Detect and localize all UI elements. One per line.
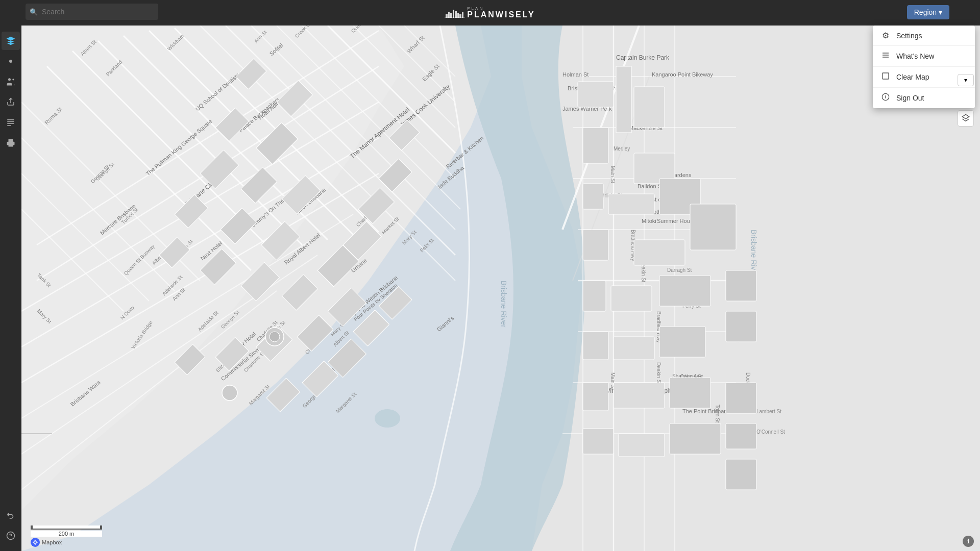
- svg-text:Deakin St: Deakin St: [656, 362, 662, 385]
- svg-text:Captain Burke Park: Captain Burke Park: [616, 54, 670, 61]
- sign-out-menu-item[interactable]: Sign Out: [873, 88, 975, 108]
- search-icon: 🔍: [30, 8, 38, 16]
- svg-rect-162: [634, 87, 665, 128]
- whats-new-label: What's New: [896, 52, 934, 60]
- sign-out-icon: [881, 93, 890, 103]
- svg-rect-168: [583, 230, 608, 260]
- svg-rect-174: [583, 332, 608, 360]
- svg-text:Brisbane River: Brisbane River: [750, 230, 758, 277]
- svg-rect-166: [608, 194, 654, 214]
- help-icon: [6, 531, 15, 540]
- svg-rect-161: [616, 66, 631, 133]
- layers-control-button[interactable]: [958, 110, 974, 127]
- collapse-button[interactable]: ▾: [958, 74, 974, 86]
- svg-rect-2: [450, 13, 452, 18]
- layers-control-icon: [962, 114, 970, 123]
- sidebar: [0, 26, 21, 551]
- svg-text:Brisbane River: Brisbane River: [500, 281, 508, 328]
- svg-point-219: [222, 385, 237, 400]
- svg-text:Lambert St: Lambert St: [756, 409, 781, 414]
- svg-rect-183: [726, 383, 756, 413]
- svg-rect-175: [614, 337, 654, 360]
- sidebar-item-layers[interactable]: [2, 32, 20, 50]
- svg-rect-176: [659, 327, 705, 357]
- mapbox-label: Mapbox: [42, 539, 62, 545]
- info-button[interactable]: ℹ: [963, 536, 974, 547]
- svg-point-230: [34, 541, 36, 543]
- svg-rect-3: [453, 10, 454, 18]
- whats-new-menu-item[interactable]: What's New: [873, 46, 975, 67]
- sidebar-item-undo[interactable]: [2, 506, 20, 524]
- svg-rect-180: [583, 429, 614, 454]
- svg-rect-173: [659, 276, 710, 306]
- sidebar-item-share[interactable]: [2, 93, 20, 111]
- search-input[interactable]: [26, 4, 158, 20]
- sidebar-item-community[interactable]: [2, 72, 20, 91]
- svg-rect-187: [726, 270, 756, 301]
- svg-rect-178: [614, 383, 665, 408]
- logo-skyline-icon: [445, 8, 465, 18]
- svg-rect-177: [583, 383, 608, 411]
- settings-label: Settings: [896, 32, 922, 40]
- svg-rect-184: [726, 423, 756, 449]
- clear-map-label: Clear Map: [896, 73, 929, 81]
- logo: PLAN PLANWISELY: [445, 7, 535, 19]
- logo-wisely-text: PLANWISELY: [467, 11, 535, 19]
- scale-bar: 200 m: [31, 525, 102, 537]
- sidebar-item-location[interactable]: [2, 52, 20, 70]
- svg-rect-182: [670, 423, 721, 454]
- header: 🔍 PLAN PLANWISELY R: [0, 0, 980, 26]
- svg-rect-7: [462, 12, 463, 18]
- svg-rect-170: [690, 204, 736, 250]
- map-container[interactable]: Parkland Albert St Wickham Ann St Creek …: [21, 26, 980, 551]
- info-icon: ℹ: [967, 538, 970, 545]
- undo-icon: [6, 511, 15, 520]
- svg-rect-4: [455, 11, 457, 18]
- whats-new-icon: [881, 51, 890, 61]
- map-svg: Parkland Albert St Wickham Ann St Creek …: [21, 26, 980, 551]
- clear-map-icon: [881, 72, 890, 82]
- location-icon: [6, 57, 15, 66]
- share-icon: [6, 97, 15, 107]
- sidebar-item-help[interactable]: [2, 527, 20, 545]
- print-icon: [6, 138, 15, 147]
- svg-text:The Point Brisbane: The Point Brisbane: [682, 408, 730, 414]
- svg-text:Holman St: Holman St: [562, 71, 589, 78]
- svg-rect-14: [7, 123, 14, 124]
- svg-rect-13: [7, 121, 14, 122]
- sidebar-bottom: [2, 506, 20, 551]
- svg-rect-160: [578, 82, 614, 107]
- svg-text:Kangaroo Point Bikeway: Kangaroo Point Bikeway: [652, 71, 713, 78]
- stats-icon: [6, 118, 15, 127]
- svg-rect-12: [7, 119, 14, 120]
- svg-point-220: [375, 409, 400, 428]
- svg-text:Town St: Town St: [715, 405, 720, 423]
- svg-point-10: [8, 78, 11, 81]
- settings-menu-item[interactable]: ⚙ Settings: [873, 26, 975, 46]
- sidebar-item-print[interactable]: [2, 134, 20, 152]
- mapbox-logo: Mapbox: [31, 538, 62, 547]
- region-button[interactable]: Region ▾: [907, 5, 949, 19]
- sidebar-item-stats[interactable]: [2, 113, 20, 132]
- svg-point-9: [9, 60, 12, 63]
- svg-rect-181: [619, 434, 665, 457]
- svg-rect-179: [670, 378, 710, 408]
- svg-text:Darragh St: Darragh St: [667, 267, 692, 273]
- svg-point-11: [12, 79, 14, 80]
- svg-rect-186: [726, 311, 756, 342]
- svg-rect-172: [611, 286, 652, 311]
- svg-point-218: [270, 332, 280, 342]
- scale-label: 200 m: [31, 531, 102, 537]
- mapbox-icon: [31, 538, 40, 547]
- svg-rect-163: [583, 128, 608, 163]
- svg-rect-225: [883, 73, 889, 79]
- svg-rect-185: [726, 459, 756, 490]
- svg-rect-5: [457, 13, 459, 18]
- svg-rect-169: [634, 240, 685, 265]
- svg-rect-171: [583, 281, 606, 311]
- svg-text:O'Connell St: O'Connell St: [756, 429, 785, 435]
- svg-rect-15: [7, 125, 11, 126]
- dropdown-menu: ⚙ Settings What's New Clear Map Sign Out: [873, 26, 975, 108]
- layers-icon: [6, 36, 16, 46]
- sign-out-label: Sign Out: [896, 94, 924, 102]
